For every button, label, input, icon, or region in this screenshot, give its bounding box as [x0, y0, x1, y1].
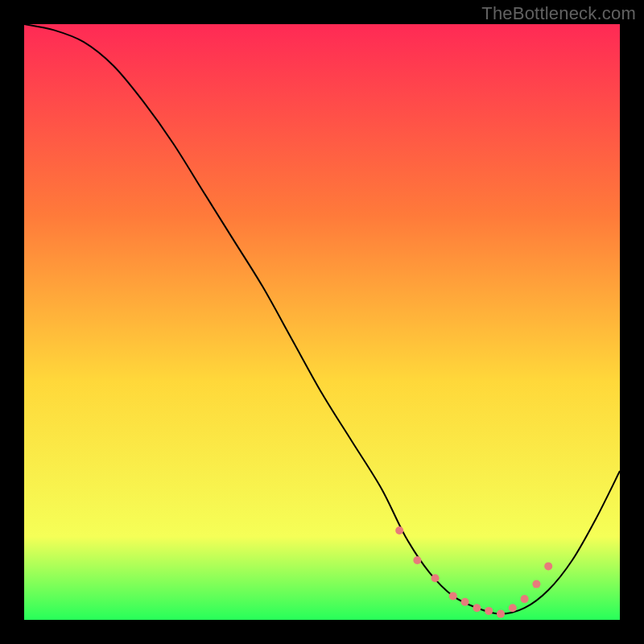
plot-area: [24, 24, 620, 620]
marker-dot: [521, 595, 529, 603]
marker-dot: [395, 526, 403, 535]
marker-dot: [485, 607, 493, 615]
marker-dot: [509, 604, 517, 612]
marker-dot: [497, 610, 505, 618]
marker-dot: [461, 598, 469, 606]
marker-dot: [544, 562, 552, 570]
marker-dot: [431, 574, 440, 582]
marker-dot: [449, 592, 457, 600]
marker-dot: [532, 580, 540, 588]
chart-frame: TheBottleneck.com: [0, 0, 644, 644]
gradient-background: [24, 24, 620, 620]
marker-dot: [413, 556, 421, 564]
bottleneck-chart: [24, 24, 620, 620]
attribution-text: TheBottleneck.com: [481, 3, 636, 24]
marker-dot: [473, 604, 481, 612]
